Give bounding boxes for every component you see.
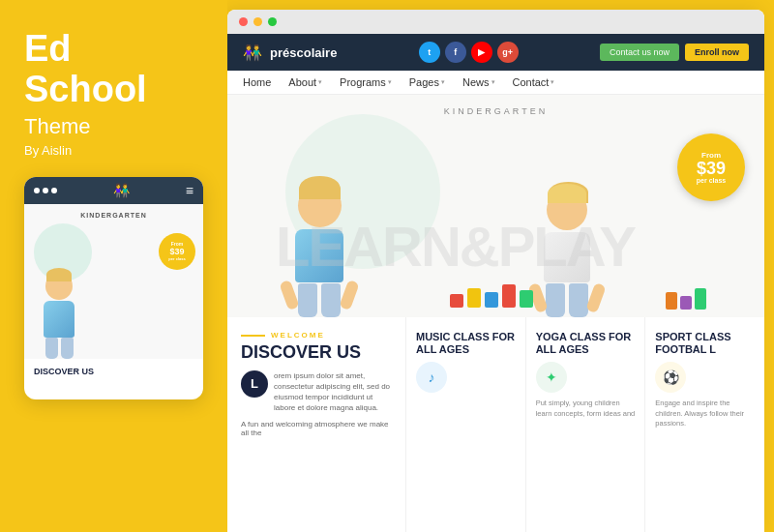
- app-subtitle: Theme: [24, 114, 203, 139]
- info-card-yoga: YOGA CLASS FOR ALL AGES ✦ Put simply, yo…: [526, 317, 646, 532]
- mobile-mockup: 👫 ≡ KINDERGARTEN From $39 per class: [24, 177, 203, 399]
- browser-chrome: [227, 10, 764, 34]
- welcome-label: WELCOME: [241, 331, 392, 340]
- youtube-icon[interactable]: ▶: [471, 42, 492, 63]
- hero-section: KINDERGARTEN LEARN&PLAY: [227, 95, 764, 317]
- left-panel: Ed School Theme By Aislin 👫 ≡ KINDERGART…: [0, 0, 227, 532]
- hero-price-badge: From $39 per class: [677, 133, 745, 201]
- mobile-discover-title: DISCOVER US: [34, 367, 194, 376]
- music-icon: ♪: [416, 362, 447, 393]
- welcome-section: WELCOME DISCOVER US L orem ipsum dolor s…: [227, 317, 406, 532]
- site-navbar: 👫 préscolaire t f ▶ g+ Contact us now En…: [227, 34, 764, 71]
- discover-initial: L: [241, 370, 268, 398]
- price-value: $39: [697, 160, 726, 177]
- child2-arm-right: [585, 282, 607, 313]
- sport-card-text: Engage and inspire the children. Always …: [655, 399, 755, 429]
- price-per-label: per class: [697, 177, 726, 184]
- app-title: Ed School: [24, 29, 203, 110]
- hero-background-text: LEARN&PLAY: [276, 214, 635, 279]
- child-legs: [298, 282, 341, 317]
- mobile-menu-icon: ≡: [186, 183, 194, 198]
- discover-body-text: orem ipsum dolor sit amet, consectetur a…: [274, 370, 392, 414]
- yoga-card-title: YOGA CLASS FOR ALL AGES: [536, 331, 636, 356]
- child-arm-right: [339, 280, 360, 310]
- site-nav-menu: Home About ▾ Programs ▾ Pages ▾ News ▾ C…: [227, 71, 764, 95]
- nav-programs[interactable]: Programs ▾: [340, 76, 392, 88]
- sport-card-title: SPORT CLASS FOOTBAL L: [655, 331, 755, 356]
- contact-button[interactable]: Contact us now: [600, 44, 679, 61]
- info-cards-area: MUSIC CLASS FOR ALL AGES ♪ YOGA CLASS FO…: [406, 317, 764, 532]
- nav-contact[interactable]: Contact ▾: [513, 76, 555, 88]
- mobile-price-badge: From $39 per class: [159, 233, 195, 270]
- enroll-button[interactable]: Enroll now: [685, 44, 749, 61]
- nav-pages[interactable]: Pages ▾: [409, 76, 445, 88]
- hero-label: KINDERGARTEN: [227, 106, 764, 116]
- sport-icon: ⚽: [655, 362, 686, 393]
- browser-minimize-dot: [253, 17, 262, 26]
- twitter-icon[interactable]: t: [419, 42, 440, 63]
- browser-panel: 👫 préscolaire t f ▶ g+ Contact us now En…: [227, 10, 764, 532]
- welcome-line-decoration: [241, 335, 265, 337]
- child-arm-left: [279, 280, 300, 310]
- dot3: [51, 188, 57, 193]
- bottom-content: WELCOME DISCOVER US L orem ipsum dolor s…: [227, 317, 764, 532]
- discover-more-text: A fun and welcoming atmosphere we make a…: [241, 420, 392, 437]
- yoga-card-text: Put simply, young children learn concept…: [536, 399, 636, 419]
- nav-about[interactable]: About ▾: [288, 76, 322, 88]
- facebook-icon[interactable]: f: [445, 42, 466, 63]
- toy-blocks-right: [666, 288, 706, 310]
- mobile-dots: [34, 188, 57, 193]
- navbar-brand-area: 👫 préscolaire: [243, 44, 337, 62]
- mobile-bottom: DISCOVER US: [24, 359, 203, 384]
- mobile-header: 👫 ≡: [24, 177, 203, 204]
- browser-maximize-dot: [268, 17, 277, 26]
- navbar-logo-icon: 👫: [243, 44, 262, 62]
- navbar-social-links: t f ▶ g+: [419, 42, 519, 63]
- mobile-hero-section: KINDERGARTEN From $39 per class: [24, 204, 203, 359]
- dot1: [34, 188, 40, 193]
- navbar-brand-text: préscolaire: [270, 45, 337, 60]
- browser-close-dot: [239, 17, 248, 26]
- app-author: By Aislin: [24, 143, 203, 158]
- navbar-cta-buttons: Contact us now Enroll now: [600, 44, 749, 61]
- discover-text-area: L orem ipsum dolor sit amet, consectetur…: [241, 370, 392, 414]
- nav-news[interactable]: News ▾: [462, 76, 495, 88]
- mobile-kindergarten-label: KINDERGARTEN: [24, 212, 203, 219]
- googleplus-icon[interactable]: g+: [497, 42, 519, 63]
- discover-title: DISCOVER US: [241, 343, 392, 363]
- mobile-logo-icon: 👫: [113, 183, 130, 198]
- dot2: [43, 188, 48, 193]
- info-card-sport: SPORT CLASS FOOTBAL L ⚽ Engage and inspi…: [645, 317, 764, 532]
- info-card-music: MUSIC CLASS FOR ALL AGES ♪: [406, 317, 526, 532]
- music-card-title: MUSIC CLASS FOR ALL AGES: [416, 331, 516, 356]
- toy-blocks: [450, 284, 533, 308]
- nav-home[interactable]: Home: [243, 76, 271, 88]
- child2-legs: [546, 282, 588, 317]
- yoga-icon: ✦: [536, 362, 567, 393]
